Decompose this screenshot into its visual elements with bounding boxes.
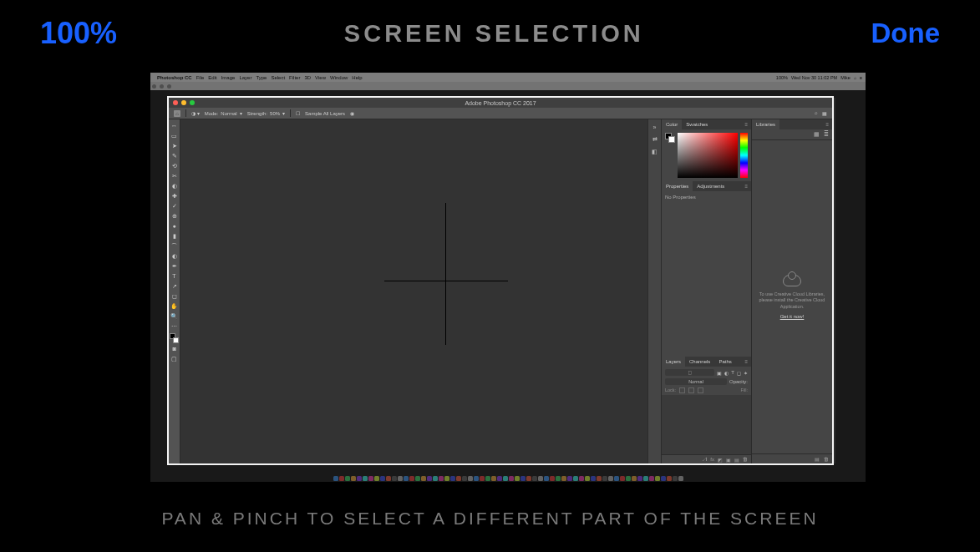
dock-app-icon[interactable] xyxy=(655,476,660,481)
link-layers-icon[interactable]: ⩘ xyxy=(702,457,707,462)
dock-app-icon[interactable] xyxy=(526,476,531,481)
get-it-now-link[interactable]: Get it now! xyxy=(780,314,805,319)
panel-menu-icon[interactable]: ≡ xyxy=(822,122,832,127)
dock-app-icon[interactable] xyxy=(351,476,356,481)
tab-channels[interactable]: Channels xyxy=(685,357,714,367)
layer-filter-icon[interactable]: ◐ xyxy=(724,370,729,376)
menu-help[interactable]: Help xyxy=(352,75,362,80)
dock-app-icon[interactable] xyxy=(415,476,420,481)
lib-add-icon[interactable]: ▤ xyxy=(815,456,820,462)
dock-app-icon[interactable] xyxy=(345,476,350,481)
tool-shape[interactable]: ◻ xyxy=(170,291,179,301)
dock-app-icon[interactable] xyxy=(579,476,584,481)
tab-color[interactable]: Color xyxy=(662,119,682,129)
dock-app-icon[interactable] xyxy=(632,476,637,481)
lib-grid-icon[interactable]: ▦ xyxy=(814,131,820,138)
dock-app-icon[interactable] xyxy=(614,476,619,481)
minimize-window-icon[interactable] xyxy=(181,100,186,105)
blend-mode-select[interactable]: Normal xyxy=(665,378,727,385)
dock-history-icon[interactable]: ⇄ xyxy=(651,135,659,144)
dock-app-icon[interactable] xyxy=(643,476,648,481)
tab-paths[interactable]: Paths xyxy=(714,357,735,367)
tool-zoom[interactable]: 🔍 xyxy=(170,311,179,321)
layers-list[interactable] xyxy=(662,395,751,454)
dock-panel-icon[interactable]: ◧ xyxy=(651,148,659,156)
close-window-icon[interactable] xyxy=(173,100,178,105)
tool-healing[interactable]: ◐ xyxy=(170,181,179,190)
dock-app-icon[interactable] xyxy=(585,476,590,481)
dock-app-icon[interactable] xyxy=(409,476,414,481)
dock-app-icon[interactable] xyxy=(602,476,607,481)
tool-edit-toolbar[interactable]: ⋯ xyxy=(170,322,179,331)
tool-crop[interactable]: ⟲ xyxy=(170,161,179,170)
dock-app-icon[interactable] xyxy=(497,476,502,481)
dock-app-icon[interactable] xyxy=(515,476,520,481)
dock-app-icon[interactable] xyxy=(661,476,666,481)
dock-app-icon[interactable] xyxy=(339,476,344,481)
dock-app-icon[interactable] xyxy=(357,476,362,481)
dock-app-icon[interactable] xyxy=(380,476,385,481)
menubar-app-name[interactable]: Photoshop CC xyxy=(157,75,192,80)
delete-layer-icon[interactable]: 🗑 xyxy=(743,457,748,462)
dock-app-icon[interactable] xyxy=(532,476,537,481)
tool-marquee[interactable]: ▭ xyxy=(170,131,179,140)
new-layer-icon[interactable]: ▤ xyxy=(734,457,739,463)
foreground-background-colors[interactable] xyxy=(170,333,179,343)
dock-app-icon[interactable] xyxy=(591,476,596,481)
dock-app-icon[interactable] xyxy=(421,476,426,481)
tool-stamp[interactable]: ✓ xyxy=(170,201,179,210)
tab-libraries[interactable]: Libraries xyxy=(752,119,779,129)
dock-app-icon[interactable] xyxy=(678,476,683,481)
dock-app-icon[interactable] xyxy=(503,476,508,481)
lock-position-icon[interactable] xyxy=(688,387,694,393)
ps-home-icon[interactable]: ⌂ xyxy=(174,110,180,117)
dock-app-icon[interactable] xyxy=(333,476,338,481)
ps-titlebar[interactable]: Adobe Photoshop CC 2017 xyxy=(169,98,832,108)
dock-app-icon[interactable] xyxy=(398,476,403,481)
sample-all-layers-checkbox[interactable]: ☐ xyxy=(296,110,300,116)
menu-layer[interactable]: Layer xyxy=(239,75,251,80)
dock-app-icon[interactable] xyxy=(374,476,379,481)
layer-filter-icon[interactable]: ▣ xyxy=(717,370,722,376)
menu-3d[interactable]: 3D xyxy=(304,75,311,80)
dock-app-icon[interactable] xyxy=(368,476,373,481)
lock-all-icon[interactable] xyxy=(698,387,703,393)
dock-app-icon[interactable] xyxy=(474,476,479,481)
menu-view[interactable]: View xyxy=(315,75,326,80)
dock-app-icon[interactable] xyxy=(608,476,613,481)
color-panel-fgbg[interactable] xyxy=(665,133,675,143)
spotlight-icon[interactable]: ⌕ xyxy=(854,75,856,80)
mac-dock[interactable] xyxy=(150,475,866,482)
hue-slider[interactable] xyxy=(740,133,748,178)
done-button[interactable]: Done xyxy=(871,18,940,49)
dock-app-icon[interactable] xyxy=(573,476,578,481)
lock-pixels-icon[interactable] xyxy=(679,387,685,393)
dock-app-icon[interactable] xyxy=(550,476,555,481)
dock-app-icon[interactable] xyxy=(462,476,467,481)
background-color-swatch[interactable] xyxy=(173,337,179,343)
layer-filter-icon[interactable]: ✶ xyxy=(744,370,748,376)
dock-app-icon[interactable] xyxy=(567,476,572,481)
dock-app-icon[interactable] xyxy=(649,476,654,481)
menu-edit[interactable]: Edit xyxy=(208,75,216,80)
dock-app-icon[interactable] xyxy=(480,476,485,481)
tool-type[interactable]: T xyxy=(170,271,179,281)
layer-fx-icon[interactable]: fx xyxy=(710,457,714,462)
zoom-level-label[interactable]: 100% xyxy=(40,16,117,51)
tool-brush[interactable]: ✚ xyxy=(170,191,179,200)
strength-chevron-icon[interactable]: ▾ xyxy=(282,110,285,116)
menu-filter[interactable]: Filter xyxy=(289,75,300,80)
dock-expand-icon[interactable]: » xyxy=(651,123,659,131)
tool-gradient[interactable]: ▮ xyxy=(170,231,179,241)
mode-value[interactable]: Normal xyxy=(221,111,236,116)
dock-app-icon[interactable] xyxy=(444,476,449,481)
dock-app-icon[interactable] xyxy=(538,476,543,481)
dock-app-icon[interactable] xyxy=(485,476,490,481)
dock-app-icon[interactable] xyxy=(468,476,473,481)
window-traffic-lights[interactable] xyxy=(173,100,195,105)
screen-mode-icon[interactable]: ▢ xyxy=(170,354,179,363)
dock-app-icon[interactable] xyxy=(620,476,625,481)
tool-preset-icon[interactable]: ◑ ▾ xyxy=(191,110,200,116)
layer-filter-kind[interactable]: ⎕ xyxy=(665,369,714,376)
strength-value[interactable]: 50% xyxy=(270,111,280,116)
